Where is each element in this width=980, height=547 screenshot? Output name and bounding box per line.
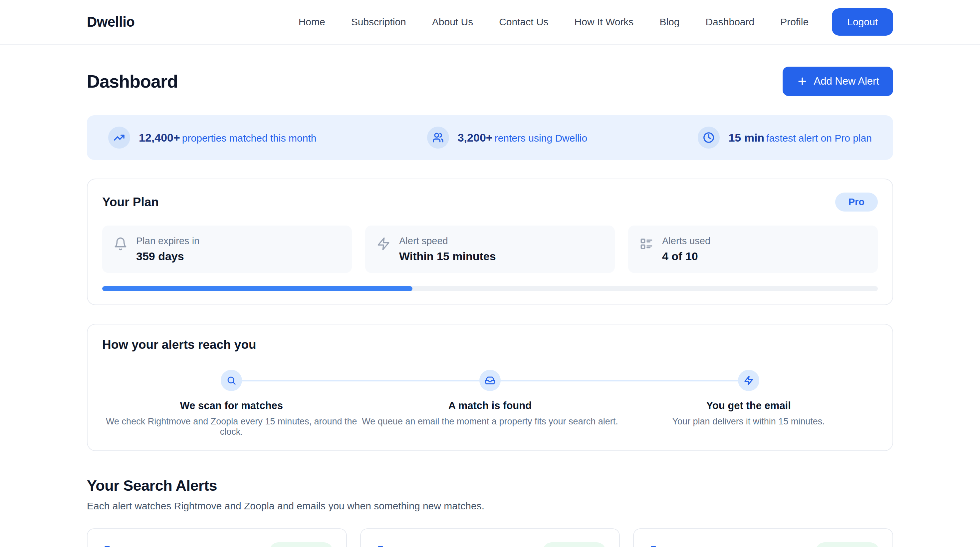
search-alerts-title: Your Search Alerts — [87, 477, 893, 494]
nav-home[interactable]: Home — [299, 16, 325, 28]
alert-city: London — [668, 545, 713, 547]
plan-expiry-tile: Plan expires in 359 days — [102, 225, 352, 273]
list-checks-icon — [640, 237, 654, 263]
step-description: Your plan delivers it within 15 minutes. — [673, 416, 825, 427]
alert-status-badge: Alert ON — [816, 542, 879, 547]
stat-properties-matched: 12,400+properties matched this month — [108, 127, 316, 148]
alert-card-london: London Alert ON £ £1,200 – £2,500 /mo — [633, 528, 893, 547]
step-scan: We scan for matches We check Rightmove a… — [102, 370, 361, 437]
logout-button[interactable]: Logout — [832, 8, 893, 36]
how-alerts-title: How your alerts reach you — [102, 338, 878, 352]
inbox-icon — [479, 370, 501, 391]
tile-label: Alerts used — [662, 236, 710, 247]
alert-card-derby: Derby Alert ON £ £300 – £1,500 /mo — [87, 528, 347, 547]
users-icon — [427, 127, 449, 148]
stat-renters: 3,200+renters using Dwellio — [427, 127, 587, 148]
tile-value: 4 of 10 — [662, 250, 710, 263]
plus-icon — [797, 76, 808, 87]
app-logo: Dwellio — [87, 14, 135, 30]
stat-value: 3,200+ — [458, 131, 493, 144]
clock-icon — [698, 127, 720, 148]
page-title: Dashboard — [87, 71, 178, 92]
alert-card-manchester: Manchester Alert ON £ £800 – £1,500 /mo — [360, 528, 620, 547]
map-pin-icon — [374, 545, 387, 547]
step-email: You get the email Your plan delivers it … — [619, 370, 878, 437]
search-icon — [221, 370, 242, 391]
stat-caption: properties matched this month — [182, 132, 317, 144]
plan-tier-badge: Pro — [835, 193, 878, 212]
step-title: You get the email — [706, 400, 791, 412]
nav-contact-us[interactable]: Contact Us — [499, 16, 548, 28]
main-nav: Home Subscription About Us Contact Us Ho… — [299, 16, 809, 28]
zap-icon — [377, 237, 390, 263]
step-title: A match is found — [449, 400, 531, 412]
step-description: We check Rightmove and Zoopla every 15 m… — [102, 416, 361, 437]
alerts-usage-progress-fill — [102, 286, 412, 291]
alert-city: Derby — [121, 545, 156, 547]
stats-bar: 12,400+properties matched this month 3,2… — [87, 115, 893, 160]
nav-blog[interactable]: Blog — [659, 16, 679, 28]
nav-profile[interactable]: Profile — [780, 16, 808, 28]
trending-up-icon — [108, 127, 130, 148]
map-pin-icon — [647, 545, 660, 547]
zap-icon — [738, 370, 759, 391]
nav-dashboard[interactable]: Dashboard — [705, 16, 754, 28]
alerts-used-tile: Alerts used 4 of 10 — [628, 225, 878, 273]
tile-label: Alert speed — [399, 236, 496, 247]
add-new-alert-label: Add New Alert — [814, 75, 879, 87]
add-new-alert-button[interactable]: Add New Alert — [783, 67, 893, 96]
nav-how-it-works[interactable]: How It Works — [574, 16, 634, 28]
stat-value: 12,400+ — [139, 131, 180, 144]
stat-text: 12,400+properties matched this month — [139, 131, 316, 144]
stat-fastest-alert: 15 minfastest alert on Pro plan — [698, 127, 872, 148]
alert-status-badge: Alert ON — [542, 542, 606, 547]
alerts-usage-progress-track — [102, 286, 878, 291]
step-description: We queue an email the moment a property … — [362, 416, 618, 427]
tile-value: 359 days — [136, 250, 199, 263]
top-navbar: Dwellio Home Subscription About Us Conta… — [0, 0, 980, 45]
nav-subscription[interactable]: Subscription — [351, 16, 406, 28]
search-alerts-subtitle: Each alert watches Rightmove and Zoopla … — [87, 500, 893, 512]
your-plan-card: Your Plan Pro Plan expires in 359 days A… — [87, 179, 893, 305]
how-alerts-card: How your alerts reach you We scan for ma… — [87, 324, 893, 451]
step-title: We scan for matches — [180, 400, 283, 412]
plan-title: Your Plan — [102, 195, 159, 209]
tile-value: Within 15 minutes — [399, 250, 496, 263]
map-pin-icon — [101, 545, 113, 547]
stat-text: 15 minfastest alert on Pro plan — [728, 131, 872, 144]
stat-value: 15 min — [728, 131, 764, 144]
alert-city: Manchester — [395, 545, 463, 547]
bell-icon — [113, 237, 127, 263]
nav-about-us[interactable]: About Us — [432, 16, 473, 28]
tile-label: Plan expires in — [136, 236, 199, 247]
alert-speed-tile: Alert speed Within 15 minutes — [365, 225, 615, 273]
stat-caption: fastest alert on Pro plan — [766, 132, 872, 144]
alert-status-badge: Alert ON — [269, 542, 333, 547]
stat-caption: renters using Dwellio — [495, 132, 587, 144]
step-match-found: A match is found We queue an email the m… — [361, 370, 619, 437]
stat-text: 3,200+renters using Dwellio — [458, 131, 587, 144]
